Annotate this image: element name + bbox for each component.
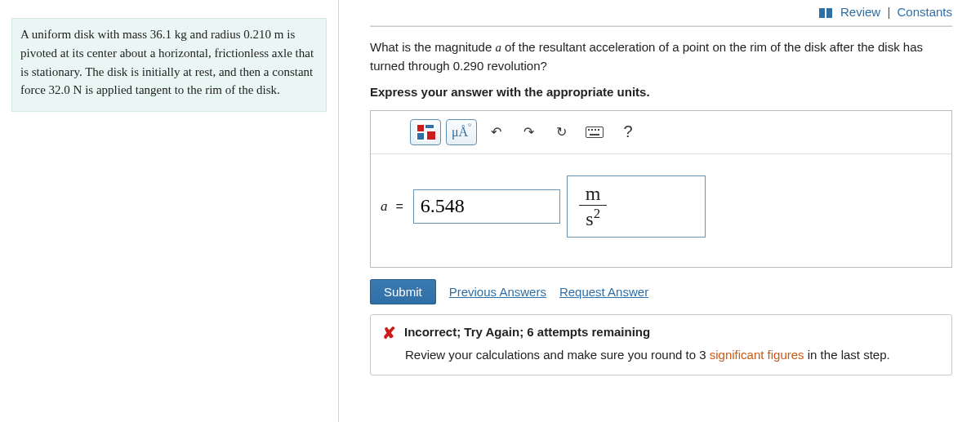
svg-rect-0 [819, 8, 825, 18]
undo-icon: ↶ [491, 124, 501, 140]
request-answer-link[interactable]: Request Answer [559, 285, 648, 299]
svg-rect-7 [590, 134, 599, 135]
answer-var: a [381, 198, 388, 215]
svg-rect-3 [588, 129, 590, 131]
answer-panel: μÅ° ↶ ↷ ↻ ? [370, 110, 952, 268]
feedback-body: Review your calculations and make sure y… [405, 346, 940, 364]
answer-input[interactable] [413, 189, 560, 224]
keyboard-button[interactable] [580, 119, 609, 145]
redo-icon: ↷ [523, 124, 534, 140]
svg-rect-4 [591, 129, 593, 131]
sig-figures-link[interactable]: significant figures [710, 348, 804, 362]
separator: | [884, 5, 893, 19]
book-icon [819, 7, 832, 20]
equals: = [394, 199, 407, 214]
redo-button[interactable]: ↷ [514, 119, 542, 145]
question-text: What is the magnitude a of the resultant… [370, 38, 952, 75]
top-links: Review | Constants [370, 3, 952, 25]
undo-button[interactable]: ↶ [482, 119, 510, 145]
problem-statement: A uniform disk with mass 36.1 kg and rad… [11, 18, 327, 112]
units-button[interactable]: μÅ° [446, 119, 477, 145]
reset-icon: ↻ [556, 124, 567, 140]
answer-column: Review | Constants What is the magnitude… [339, 0, 980, 422]
incorrect-icon: ✘ [382, 325, 396, 341]
actions-row: Submit Previous Answers Request Answer [370, 279, 952, 304]
units-fraction: m s2 [579, 184, 608, 229]
problem-column: A uniform disk with mass 36.1 kg and rad… [0, 0, 339, 422]
review-link[interactable]: Review [840, 5, 880, 19]
templates-button[interactable] [410, 119, 441, 145]
templates-icon [416, 123, 435, 141]
svg-rect-1 [826, 8, 832, 18]
divider [370, 25, 952, 27]
svg-rect-6 [598, 129, 599, 131]
previous-answers-link[interactable]: Previous Answers [449, 285, 546, 299]
svg-rect-2 [586, 127, 604, 137]
svg-rect-5 [595, 129, 596, 131]
instructions: Express your answer with the appropriate… [370, 85, 952, 99]
units-box[interactable]: m s2 [567, 175, 706, 238]
keyboard-icon [586, 127, 604, 138]
help-button[interactable]: ? [614, 119, 642, 145]
submit-button[interactable]: Submit [370, 279, 436, 304]
feedback-head: ✘ Incorrect; Try Again; 6 attempts remai… [382, 325, 940, 341]
feedback-headline: Incorrect; Try Again; 6 attempts remaini… [404, 325, 650, 339]
reset-button[interactable]: ↻ [547, 119, 575, 145]
constants-link[interactable]: Constants [897, 5, 952, 19]
answer-row: a = m s2 [371, 154, 951, 267]
feedback-panel: ✘ Incorrect; Try Again; 6 attempts remai… [370, 314, 952, 376]
toolbar: μÅ° ↶ ↷ ↻ ? [371, 111, 951, 154]
